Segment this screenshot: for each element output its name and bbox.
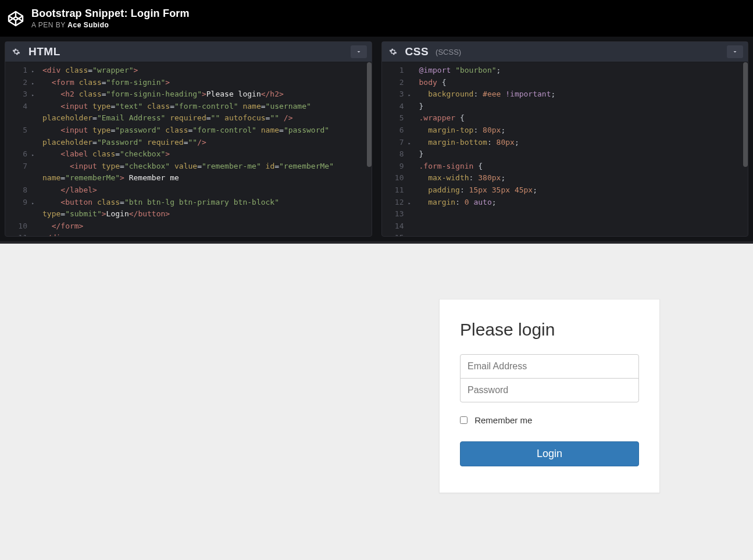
password-field[interactable] bbox=[460, 378, 639, 402]
line-number: 5 bbox=[382, 112, 404, 124]
code-line[interactable]: <label class="checkbox"> bbox=[42, 148, 372, 160]
code-line[interactable]: <form class="form-signin"> bbox=[42, 77, 372, 89]
scrollbar-thumb[interactable] bbox=[743, 62, 748, 167]
panel-css-subtitle: (SCSS) bbox=[436, 48, 461, 56]
panel-html: HTML 1234567891011 <div class="wrapper">… bbox=[5, 41, 372, 237]
line-number: 11 bbox=[5, 232, 27, 236]
line-number: 10 bbox=[5, 220, 27, 233]
preview-pane: Please login Remember me Login bbox=[0, 241, 753, 560]
line-number: 11 bbox=[382, 184, 404, 197]
panel-css: CSS (SCSS) 123456789101112131415 @import… bbox=[381, 41, 749, 237]
code-line[interactable]: <button class="btn btn-lg btn-primary bt… bbox=[42, 197, 372, 209]
login-button[interactable]: Login bbox=[460, 441, 639, 466]
line-number: 7 bbox=[5, 160, 27, 173]
line-number: 8 bbox=[5, 184, 27, 197]
code-line[interactable]: <div class="wrapper"> bbox=[42, 65, 372, 77]
code-line[interactable]: <h2 class="form-signin-heading">Please l… bbox=[42, 88, 372, 101]
code-line[interactable]: } bbox=[419, 101, 748, 113]
code-line[interactable]: </div> bbox=[42, 232, 372, 236]
pen-author[interactable]: Ace Subido bbox=[67, 21, 109, 29]
gear-icon[interactable] bbox=[387, 45, 399, 58]
login-form: Please login Remember me Login bbox=[439, 299, 660, 493]
pen-title[interactable]: Bootstrap Snippet: Login Form bbox=[31, 8, 190, 20]
line-number: 9 bbox=[5, 197, 27, 209]
codepen-logo-icon[interactable] bbox=[7, 10, 24, 27]
line-number bbox=[5, 208, 27, 220]
line-number: 2 bbox=[5, 77, 27, 89]
code-line[interactable]: padding: 15px 35px 45px; bbox=[419, 184, 748, 197]
topbar-titles: Bootstrap Snippet: Login Form A PEN BY A… bbox=[31, 8, 190, 30]
code-line[interactable]: .form-signin { bbox=[419, 160, 748, 173]
code-line[interactable]: margin-top: 80px; bbox=[419, 124, 748, 137]
form-heading: Please login bbox=[460, 320, 639, 340]
code-line[interactable]: max-width: 380px; bbox=[419, 172, 748, 184]
line-number bbox=[5, 137, 27, 149]
code-line[interactable]: body { bbox=[419, 77, 748, 89]
line-number: 15 bbox=[382, 232, 404, 236]
code-line[interactable]: placeholder="Email Address" required="" … bbox=[42, 112, 372, 124]
line-number: 4 bbox=[382, 101, 404, 113]
editors-row: HTML 1234567891011 <div class="wrapper">… bbox=[0, 37, 753, 241]
code-line[interactable]: name="rememberMe"> Remember me bbox=[42, 172, 372, 184]
line-number: 7 bbox=[382, 137, 404, 149]
code-line[interactable]: placeholder="Password" required=""/> bbox=[42, 137, 372, 149]
scrollbar-thumb[interactable] bbox=[367, 62, 372, 167]
remember-me-checkbox[interactable] bbox=[460, 416, 467, 424]
line-number: 6 bbox=[382, 124, 404, 137]
code-line[interactable]: <input type="password" class="form-contr… bbox=[42, 124, 372, 137]
line-number: 3 bbox=[5, 88, 27, 101]
code-line[interactable]: </form> bbox=[42, 220, 372, 233]
code-line[interactable]: @import "bourbon"; bbox=[419, 65, 748, 77]
line-number: 13 bbox=[382, 208, 404, 220]
pen-byline: A PEN BY Ace Subido bbox=[31, 21, 190, 29]
gear-icon[interactable] bbox=[10, 45, 23, 58]
code-line[interactable]: type="submit">Login</button> bbox=[42, 208, 372, 220]
code-line[interactable]: background: #eee !important; bbox=[419, 88, 748, 101]
line-number: 1 bbox=[382, 65, 404, 77]
line-number: 9 bbox=[382, 160, 404, 173]
panel-css-head: CSS (SCSS) bbox=[382, 42, 748, 62]
code-line[interactable]: } bbox=[419, 148, 748, 160]
line-number: 12 bbox=[382, 197, 404, 209]
byline-prefix: A PEN BY bbox=[31, 21, 67, 29]
topbar: Bootstrap Snippet: Login Form A PEN BY A… bbox=[0, 0, 753, 37]
line-number: 8 bbox=[382, 148, 404, 160]
chevron-down-icon[interactable] bbox=[727, 45, 743, 58]
line-number: 4 bbox=[5, 101, 27, 113]
remember-me-label[interactable]: Remember me bbox=[460, 415, 639, 425]
line-number: 6 bbox=[5, 148, 27, 160]
chevron-down-icon[interactable] bbox=[351, 45, 367, 58]
line-number: 1 bbox=[5, 65, 27, 77]
panel-css-title: CSS bbox=[405, 45, 429, 58]
code-line[interactable]: margin-bottom: 80px; bbox=[419, 137, 748, 149]
remember-me-text: Remember me bbox=[474, 415, 532, 425]
line-number bbox=[5, 172, 27, 184]
panel-html-title: HTML bbox=[28, 45, 60, 58]
code-line[interactable]: <input type="text" class="form-control" … bbox=[42, 101, 372, 113]
line-number: 2 bbox=[382, 77, 404, 89]
line-number: 14 bbox=[382, 220, 404, 233]
code-line[interactable]: <input type="checkbox" value="remember-m… bbox=[42, 160, 372, 173]
code-line[interactable]: </label> bbox=[42, 184, 372, 197]
css-editor[interactable]: 123456789101112131415 @import "bourbon";… bbox=[382, 62, 748, 236]
panel-html-head: HTML bbox=[5, 42, 372, 62]
line-number bbox=[5, 112, 27, 124]
code-line[interactable]: .wrapper { bbox=[419, 112, 748, 124]
line-number: 3 bbox=[382, 88, 404, 101]
email-field[interactable] bbox=[460, 354, 639, 379]
line-number: 10 bbox=[382, 172, 404, 184]
code-line[interactable]: margin: 0 auto; bbox=[419, 197, 748, 209]
line-number: 5 bbox=[5, 124, 27, 137]
html-editor[interactable]: 1234567891011 <div class="wrapper"> <for… bbox=[5, 62, 372, 236]
